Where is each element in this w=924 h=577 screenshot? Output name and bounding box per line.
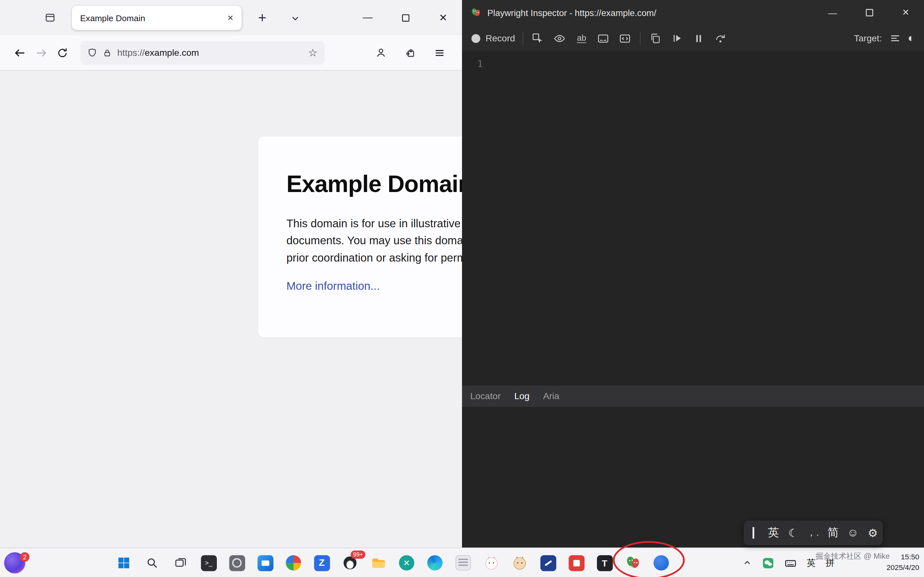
file-explorer-icon[interactable]	[367, 551, 390, 574]
white-cat-app-icon[interactable]	[480, 551, 503, 574]
inspector-close-button[interactable]: ✕	[887, 0, 924, 25]
windows-taskbar: 2 >_	[0, 548, 924, 577]
inspector-minimize-button[interactable]: —	[814, 0, 851, 25]
url-host: example.com	[145, 47, 199, 57]
firefox-view-icon[interactable]	[40, 8, 60, 27]
assert-text-icon[interactable]: ab	[575, 31, 589, 45]
store-app-icon[interactable]	[254, 551, 277, 574]
playwright-toolbar: Record ab	[462, 25, 924, 52]
url-protocol: https://	[118, 47, 145, 57]
blue-circle-browser-icon[interactable]	[649, 551, 673, 574]
search-icon[interactable]	[140, 551, 164, 574]
tan-cat-app-icon[interactable]	[508, 551, 531, 574]
task-view-icon[interactable]	[168, 551, 192, 574]
resume-icon[interactable]	[670, 31, 684, 45]
copy-icon[interactable]	[648, 31, 662, 45]
menu-hamburger-icon[interactable]	[429, 42, 450, 63]
window-title: Playwright Inspector - https://example.c…	[487, 7, 656, 17]
tab-close-icon[interactable]: ×	[223, 12, 233, 24]
touch-keyboard-icon[interactable]	[784, 557, 797, 569]
firefox-window: Example Domain × + — ✕	[0, 0, 462, 548]
example-domain-card: Example Domain This domain is for use in…	[258, 137, 462, 337]
ime-emoji-icon[interactable]: ☺	[846, 526, 859, 539]
firefox-minimize-button[interactable]: —	[349, 0, 387, 35]
tray-date: 2025/4/20	[843, 562, 919, 573]
record-button[interactable]: Record	[471, 33, 515, 44]
pause-icon[interactable]	[692, 31, 706, 45]
target-label: Target:	[854, 33, 882, 44]
record-label: Record	[485, 33, 515, 44]
page-body-text: This domain is for use in illustrative e…	[286, 215, 462, 266]
code-editor[interactable]: 1	[462, 52, 924, 386]
toolbar-separator	[523, 32, 523, 45]
watermark-text: 掘金技术社区 @ Mike	[816, 551, 890, 562]
bookmark-star-icon[interactable]: ☆	[308, 46, 318, 59]
playwright-taskbar-icon[interactable]	[621, 551, 645, 574]
tab-locator[interactable]: Locator	[470, 391, 501, 402]
line-number: 1	[477, 59, 483, 69]
tab-list-chevron-icon[interactable]	[285, 10, 305, 26]
firefox-close-button[interactable]: ✕	[424, 0, 462, 35]
avatar-notification-badge: 2	[20, 552, 29, 562]
edge-browser-icon[interactable]	[423, 551, 447, 574]
pick-locator-icon[interactable]	[531, 31, 545, 45]
red-app-icon[interactable]	[565, 551, 588, 574]
tray-chevron-up-icon[interactable]	[742, 558, 752, 567]
shield-icon[interactable]	[87, 48, 97, 58]
photos-pinwheel-icon[interactable]	[282, 551, 305, 574]
chat-unread-badge: 99+	[351, 550, 365, 559]
step-over-icon[interactable]	[714, 31, 728, 45]
more-information-link[interactable]: More information...	[286, 279, 380, 292]
url-bar[interactable]: https://example.com ☆	[80, 41, 325, 64]
ime-language-toggle[interactable]: 英	[767, 525, 780, 540]
inspector-maximize-button[interactable]	[851, 0, 887, 25]
target-dropdown-icon[interactable]	[888, 31, 902, 45]
firefox-tab-strip: Example Domain × + — ✕	[0, 0, 462, 35]
back-icon[interactable]	[9, 42, 31, 63]
toolbar-separator	[640, 32, 641, 45]
extensions-puzzle-icon[interactable]	[399, 42, 421, 63]
tab-title: Example Domain	[80, 13, 223, 23]
teal-x-app-icon[interactable]: ✕	[395, 551, 418, 574]
playwright-inspector-window: Playwright Inspector - https://example.c…	[462, 0, 924, 577]
reload-icon[interactable]	[52, 42, 73, 63]
ime-halfwidth-moon-icon[interactable]: ☾	[787, 526, 800, 540]
user-avatar[interactable]: 2	[4, 552, 25, 574]
forward-icon[interactable]	[31, 42, 52, 63]
webpage-content: Example Domain This domain is for use in…	[0, 71, 462, 548]
account-icon[interactable]	[370, 42, 391, 63]
browser-tab[interactable]: Example Domain ×	[72, 6, 242, 30]
ime-toolbar: 英 ☾ ，. 简 ☺ ⚙	[744, 521, 883, 545]
firefox-maximize-button[interactable]	[387, 0, 425, 35]
assert-value-code-icon[interactable]	[618, 31, 632, 45]
new-tab-button[interactable]: +	[252, 8, 272, 27]
z-app-icon[interactable]: Z	[310, 551, 333, 574]
inspector-bottom-tabs: Locator Log Aria	[462, 386, 924, 407]
t-app-icon[interactable]: T	[593, 551, 616, 574]
notes-app-icon[interactable]	[451, 551, 475, 574]
theme-toggle-icon[interactable]: ◐	[908, 32, 915, 45]
desktop: Example Domain × + — ✕	[0, 0, 924, 577]
terminal-app-icon[interactable]: >_	[197, 551, 220, 574]
chat-app-icon[interactable]: 99+	[338, 551, 362, 574]
firefox-navbar: https://example.com ☆	[0, 35, 462, 71]
start-button-icon[interactable]	[112, 551, 136, 574]
assert-snapshot-icon[interactable]	[596, 31, 611, 45]
ime-settings-gear-icon[interactable]: ⚙	[866, 526, 879, 540]
tray-language-en[interactable]: 英	[806, 557, 816, 568]
tab-log[interactable]: Log	[514, 391, 530, 402]
ime-punctuation-toggle[interactable]: ，.	[806, 527, 819, 538]
page-title: Example Domain	[286, 171, 462, 197]
playwright-titlebar: Playwright Inspector - https://example.c…	[462, 0, 924, 25]
snipping-tool-icon[interactable]	[225, 551, 249, 574]
ime-simplified-toggle[interactable]: 简	[827, 525, 839, 540]
record-dot-icon	[471, 34, 480, 43]
visibility-eye-icon[interactable]	[553, 31, 567, 45]
url-text: https://example.com	[118, 47, 303, 58]
dark-blue-app-icon[interactable]	[536, 551, 559, 574]
wechat-tray-icon[interactable]	[762, 557, 774, 569]
lock-icon[interactable]	[103, 48, 112, 57]
tab-aria[interactable]: Aria	[543, 391, 559, 402]
ime-cursor-icon[interactable]	[747, 527, 760, 539]
playwright-masks-icon	[470, 7, 481, 18]
